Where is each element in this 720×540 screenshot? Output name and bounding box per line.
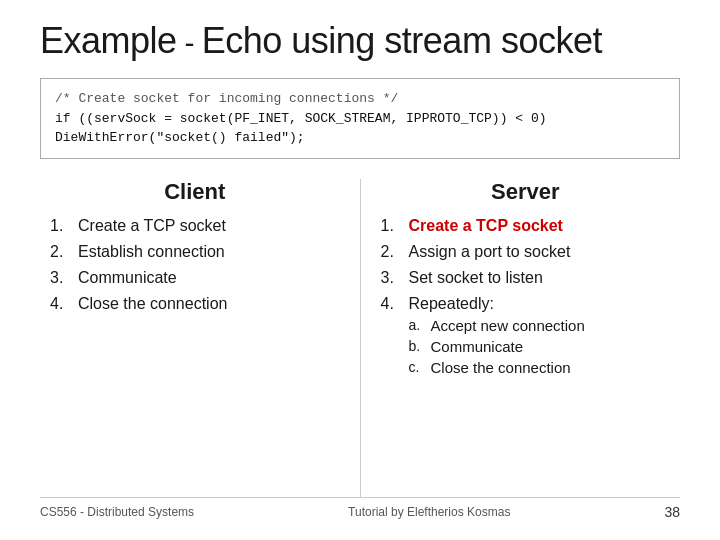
list-item: 1. Create a TCP socket — [50, 217, 340, 235]
sub-letter: a. — [409, 317, 431, 333]
item-num: 4. — [50, 295, 78, 313]
code-line-1: /* Create socket for incoming connection… — [55, 89, 665, 109]
server-sublist: a. Accept new connection b. Communicate … — [409, 317, 585, 380]
sub-text: Accept new connection — [431, 317, 585, 334]
footer-left: CS556 - Distributed Systems — [40, 505, 194, 519]
sub-letter: b. — [409, 338, 431, 354]
title-dash: - — [177, 26, 202, 59]
list-item: 4. Repeatedly: a. Accept new connection … — [381, 295, 671, 380]
slide-title: Example - Echo using stream socket — [40, 20, 680, 62]
sub-list-item: a. Accept new connection — [409, 317, 585, 334]
client-list: 1. Create a TCP socket 2. Establish conn… — [50, 217, 340, 313]
item-num: 3. — [381, 269, 409, 287]
item-text: Create a TCP socket — [78, 217, 340, 235]
list-item: 3. Communicate — [50, 269, 340, 287]
sub-letter: c. — [409, 359, 431, 375]
sub-list-item: c. Close the connection — [409, 359, 585, 376]
item-num: 1. — [381, 217, 409, 235]
list-item: 1. Create a TCP socket — [381, 217, 671, 235]
item-text: Create a TCP socket — [409, 217, 671, 235]
item-num: 2. — [50, 243, 78, 261]
item-num: 4. — [381, 295, 409, 313]
client-title: Client — [50, 179, 340, 205]
code-line-3: DieWithError("socket() failed"); — [55, 128, 665, 148]
client-column: Client 1. Create a TCP socket 2. Establi… — [40, 179, 350, 498]
sub-text: Close the connection — [431, 359, 571, 376]
item-text: Communicate — [78, 269, 340, 287]
server-title: Server — [381, 179, 671, 205]
list-item: 2. Establish connection — [50, 243, 340, 261]
sub-list-item: b. Communicate — [409, 338, 585, 355]
item-num: 1. — [50, 217, 78, 235]
item-text: Set socket to listen — [409, 269, 671, 287]
server-list: 1. Create a TCP socket 2. Assign a port … — [381, 217, 671, 380]
footer-right: 38 — [664, 504, 680, 520]
item-num: 3. — [50, 269, 78, 287]
item-text: Repeatedly: — [409, 295, 494, 313]
code-line-2: if ((servSock = socket(PF_INET, SOCK_STR… — [55, 109, 665, 129]
list-item: 4. Close the connection — [50, 295, 340, 313]
list-item: 2. Assign a port to socket — [381, 243, 671, 261]
item-text: Establish connection — [78, 243, 340, 261]
title-main: Example — [40, 20, 177, 61]
sub-text: Communicate — [431, 338, 524, 355]
list-item: 3. Set socket to listen — [381, 269, 671, 287]
slide: Example - Echo using stream socket /* Cr… — [0, 0, 720, 540]
columns: Client 1. Create a TCP socket 2. Establi… — [40, 179, 680, 498]
item-text: Close the connection — [78, 295, 340, 313]
column-divider — [360, 179, 361, 498]
item-text: Assign a port to socket — [409, 243, 671, 261]
title-sub: Echo using stream socket — [202, 20, 602, 61]
footer-center: Tutorial by Eleftherios Kosmas — [348, 505, 510, 519]
server-column: Server 1. Create a TCP socket 2. Assign … — [371, 179, 681, 498]
code-box: /* Create socket for incoming connection… — [40, 78, 680, 159]
item-num: 2. — [381, 243, 409, 261]
footer: CS556 - Distributed Systems Tutorial by … — [40, 497, 680, 520]
